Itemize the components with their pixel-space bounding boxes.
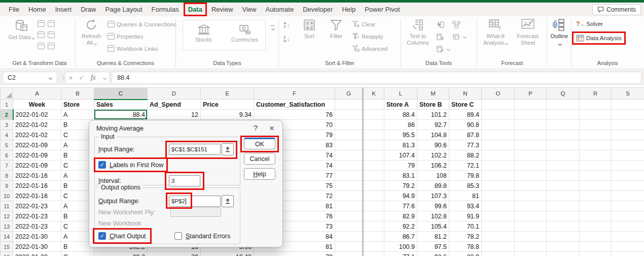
reapply-button[interactable]: Reapply bbox=[352, 33, 383, 40]
grid-cell[interactable] bbox=[363, 191, 384, 201]
grid-cell[interactable]: Ad_Spend bbox=[148, 100, 201, 110]
grid-cell[interactable] bbox=[515, 252, 547, 256]
grid-cell[interactable] bbox=[515, 130, 547, 140]
row-header-2[interactable]: 2 bbox=[1, 110, 13, 120]
dialog-close-icon[interactable]: × bbox=[266, 123, 277, 134]
flash-fill-button[interactable] bbox=[436, 21, 444, 28]
grid-cell[interactable] bbox=[612, 171, 644, 181]
grid-cell[interactable]: Store A bbox=[384, 100, 417, 110]
range-select-button[interactable] bbox=[222, 195, 234, 207]
grid-cell[interactable] bbox=[580, 191, 612, 201]
grid-cell[interactable] bbox=[482, 211, 515, 221]
grid-cell[interactable]: 79 bbox=[254, 252, 335, 256]
filter-button[interactable]: Filter bbox=[325, 18, 347, 40]
name-box[interactable]: C2 bbox=[3, 72, 57, 84]
currencies-button[interactable]: Currencies bbox=[224, 20, 265, 50]
column-header-E[interactable]: E bbox=[201, 88, 254, 100]
grid-cell[interactable]: 79 bbox=[384, 161, 417, 171]
grid-cell[interactable] bbox=[515, 161, 547, 171]
column-header-S[interactable]: S bbox=[612, 88, 644, 100]
row-header-6[interactable]: 6 bbox=[1, 150, 13, 161]
grid-cell[interactable] bbox=[335, 171, 363, 181]
grid-cell[interactable] bbox=[580, 140, 612, 150]
grid-cell[interactable]: 83.9 bbox=[449, 252, 482, 256]
tab-help[interactable]: Help bbox=[337, 3, 360, 16]
grid-cell[interactable] bbox=[335, 221, 363, 232]
from-picture-icon[interactable] bbox=[48, 31, 55, 38]
data-validation-button[interactable] bbox=[436, 45, 450, 53]
grid-cell[interactable]: 2022-01-02 bbox=[13, 120, 61, 130]
grid-cell[interactable]: 2022-01-30 bbox=[13, 242, 61, 252]
row-header-11[interactable]: 11 bbox=[1, 201, 13, 211]
grid-cell[interactable]: 104.8 bbox=[417, 130, 449, 140]
grid-cell[interactable] bbox=[580, 110, 612, 120]
grid-cell[interactable] bbox=[482, 221, 515, 232]
grid-cell[interactable] bbox=[612, 211, 644, 221]
grid-cell[interactable]: 86.7 bbox=[384, 232, 417, 242]
grid-cell[interactable] bbox=[547, 140, 580, 150]
grid-cell[interactable]: Store B bbox=[417, 100, 449, 110]
recent-sources-icon[interactable] bbox=[48, 20, 55, 27]
grid-cell[interactable]: 78.2 bbox=[449, 232, 482, 242]
column-header-M[interactable]: M bbox=[417, 88, 449, 100]
grid-cell[interactable]: 89.4 bbox=[449, 110, 482, 120]
grid-cell[interactable]: 2022-01-09 bbox=[13, 140, 61, 150]
row-header-7[interactable]: 7 bbox=[1, 161, 13, 171]
column-header-N[interactable]: N bbox=[449, 88, 482, 100]
forecast-sheet-button[interactable]: Forecast Sheet bbox=[513, 18, 543, 46]
grid-cell[interactable] bbox=[612, 140, 644, 150]
outline-button[interactable]: Outline bbox=[546, 18, 573, 47]
grid-cell[interactable] bbox=[363, 171, 384, 181]
tab-home[interactable]: Home bbox=[24, 3, 51, 16]
grid-cell[interactable] bbox=[363, 110, 384, 120]
from-web-icon[interactable] bbox=[38, 31, 45, 38]
grid-cell[interactable]: 86 bbox=[384, 120, 417, 130]
grid-cell[interactable]: 99.6 bbox=[417, 201, 449, 211]
grid-cell[interactable] bbox=[482, 181, 515, 191]
grid-cell[interactable] bbox=[612, 232, 644, 242]
row-header-5[interactable]: 5 bbox=[1, 140, 13, 150]
ok-button[interactable]: OK bbox=[244, 138, 275, 149]
grid-cell[interactable] bbox=[335, 120, 363, 130]
tab-page-layout[interactable]: Page Layout bbox=[101, 3, 147, 16]
grid-cell[interactable]: 89.8 bbox=[417, 181, 449, 191]
grid-cell[interactable] bbox=[482, 150, 515, 161]
grid-cell[interactable] bbox=[363, 221, 384, 232]
grid-cell[interactable] bbox=[363, 242, 384, 252]
grid-cell[interactable] bbox=[482, 110, 515, 120]
cancel-button[interactable]: Cancel bbox=[244, 153, 275, 165]
grid-cell[interactable] bbox=[547, 252, 580, 256]
tab-developer[interactable]: Developer bbox=[298, 3, 337, 16]
labels-first-row-checkbox[interactable]: ✓ Labels in First Row bbox=[98, 161, 163, 169]
grid-cell[interactable] bbox=[580, 150, 612, 161]
grid-cell[interactable]: 9.34 bbox=[201, 110, 254, 120]
row-header-8[interactable]: 8 bbox=[1, 171, 13, 181]
row-header-13[interactable]: 13 bbox=[1, 221, 13, 232]
tab-draw[interactable]: Draw bbox=[76, 3, 100, 16]
input-range-field[interactable]: $C$1:$C$151 bbox=[169, 144, 221, 155]
column-header-F[interactable]: F bbox=[254, 88, 335, 100]
grid-cell[interactable]: Store bbox=[61, 100, 94, 110]
row-header-10[interactable]: 10 bbox=[1, 191, 13, 201]
grid-cell[interactable] bbox=[335, 161, 363, 171]
tab-view[interactable]: View bbox=[238, 3, 261, 16]
grid-cell[interactable]: 2022-01-16 bbox=[13, 191, 61, 201]
grid-cell[interactable] bbox=[363, 201, 384, 211]
grid-cell[interactable]: Store C bbox=[449, 100, 482, 110]
grid-cell[interactable]: Customer_Satisfaction bbox=[254, 100, 335, 110]
row-header-9[interactable]: 9 bbox=[1, 181, 13, 191]
grid-cell[interactable]: 90.8 bbox=[449, 120, 482, 130]
grid-cell[interactable] bbox=[547, 110, 580, 120]
grid-cell[interactable] bbox=[482, 232, 515, 242]
grid-cell[interactable]: 92.2 bbox=[384, 221, 417, 232]
grid-cell[interactable] bbox=[335, 242, 363, 252]
grid-cell[interactable] bbox=[363, 161, 384, 171]
grid-cell[interactable] bbox=[612, 242, 644, 252]
grid-cell[interactable] bbox=[515, 191, 547, 201]
grid-cell[interactable] bbox=[580, 130, 612, 140]
tab-formulas[interactable]: Formulas bbox=[147, 3, 184, 16]
data-analysis-button[interactable]: Data Analysis bbox=[576, 35, 622, 42]
grid-cell[interactable] bbox=[482, 100, 515, 110]
grid-cell[interactable]: 107.4 bbox=[384, 150, 417, 161]
grid-cell[interactable]: 100.9 bbox=[384, 242, 417, 252]
